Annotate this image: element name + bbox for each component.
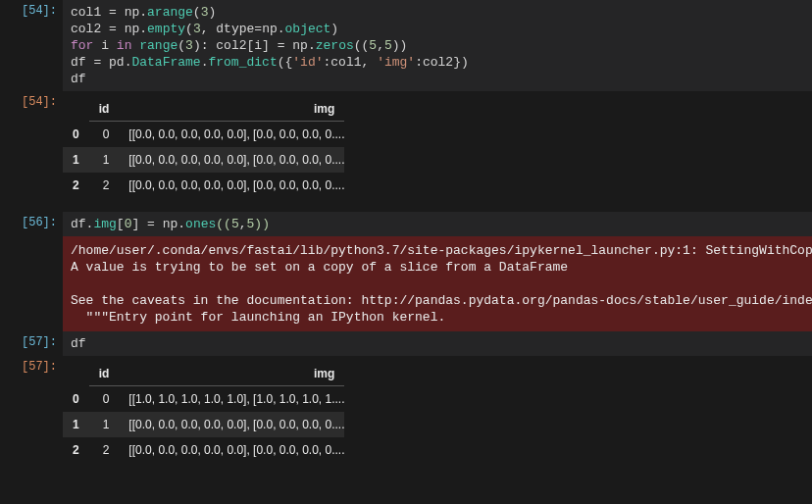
df-row-index: 1 bbox=[63, 412, 89, 437]
stderr-prompt-56 bbox=[0, 236, 63, 240]
df-cell-img: [[0.0, 0.0, 0.0, 0.0, 0.0], [0.0, 0.0, 0… bbox=[119, 412, 344, 437]
table-row: 00[[1.0, 1.0, 1.0, 1.0, 1.0], [1.0, 1.0,… bbox=[63, 386, 344, 413]
cell-56-input: [56]: df.img[0] = np.ones((5,5)) bbox=[0, 212, 812, 236]
dataframe-output-54: idimg00[[0.0, 0.0, 0.0, 0.0, 0.0], [0.0,… bbox=[63, 97, 344, 198]
warning-output: /home/user/.conda/envs/fastai/lib/python… bbox=[63, 236, 812, 331]
df-cell-img: [[0.0, 0.0, 0.0, 0.0, 0.0], [0.0, 0.0, 0… bbox=[119, 437, 344, 463]
output-prompt-54: [54]: bbox=[0, 91, 63, 109]
df-row-index: 2 bbox=[63, 173, 89, 198]
df-row-index: 2 bbox=[63, 437, 89, 463]
df-cell-id: 0 bbox=[89, 386, 120, 413]
df-col-header: id bbox=[89, 97, 120, 122]
df-cell-id: 2 bbox=[89, 173, 120, 198]
df-cell-id: 1 bbox=[89, 412, 120, 437]
cell-57-output: [57]: idimg00[[1.0, 1.0, 1.0, 1.0, 1.0],… bbox=[0, 356, 812, 477]
cell-54-output: [54]: idimg00[[0.0, 0.0, 0.0, 0.0, 0.0],… bbox=[0, 91, 812, 212]
input-prompt-57: [57]: bbox=[0, 331, 63, 349]
df-col-header: img bbox=[119, 362, 344, 386]
code-editor-54[interactable]: col1 = np.arange(3) col2 = np.empty(3, d… bbox=[63, 0, 812, 91]
df-cell-img: [[0.0, 0.0, 0.0, 0.0, 0.0], [0.0, 0.0, 0… bbox=[119, 173, 344, 198]
cell-56-stderr: /home/user/.conda/envs/fastai/lib/python… bbox=[0, 236, 812, 331]
code-editor-57[interactable]: df bbox=[63, 331, 812, 356]
cell-57-input: [57]: df bbox=[0, 331, 812, 356]
df-cell-id: 2 bbox=[89, 437, 120, 463]
df-col-header: id bbox=[89, 362, 120, 386]
df-row-index: 0 bbox=[63, 122, 89, 148]
dataframe-output-57: idimg00[[1.0, 1.0, 1.0, 1.0, 1.0], [1.0,… bbox=[63, 362, 344, 463]
df-cell-img: [[1.0, 1.0, 1.0, 1.0, 1.0], [1.0, 1.0, 1… bbox=[119, 386, 344, 413]
cell-54-input: [54]: col1 = np.arange(3) col2 = np.empt… bbox=[0, 0, 812, 91]
df-row-index: 1 bbox=[63, 147, 89, 173]
df-cell-img: [[0.0, 0.0, 0.0, 0.0, 0.0], [0.0, 0.0, 0… bbox=[119, 147, 344, 173]
output-prompt-57: [57]: bbox=[0, 356, 63, 374]
df-cell-id: 0 bbox=[89, 122, 120, 148]
df-col-header: img bbox=[119, 97, 344, 122]
table-row: 22[[0.0, 0.0, 0.0, 0.0, 0.0], [0.0, 0.0,… bbox=[63, 437, 344, 463]
df-cell-id: 1 bbox=[89, 147, 120, 173]
code-editor-56[interactable]: df.img[0] = np.ones((5,5)) bbox=[63, 212, 812, 236]
table-row: 11[[0.0, 0.0, 0.0, 0.0, 0.0], [0.0, 0.0,… bbox=[63, 412, 344, 437]
input-prompt-56: [56]: bbox=[0, 212, 63, 229]
df-row-index: 0 bbox=[63, 386, 89, 413]
df-cell-img: [[0.0, 0.0, 0.0, 0.0, 0.0], [0.0, 0.0, 0… bbox=[119, 122, 344, 148]
table-row: 11[[0.0, 0.0, 0.0, 0.0, 0.0], [0.0, 0.0,… bbox=[63, 147, 344, 173]
input-prompt-54: [54]: bbox=[0, 0, 63, 18]
table-row: 22[[0.0, 0.0, 0.0, 0.0, 0.0], [0.0, 0.0,… bbox=[63, 173, 344, 198]
table-row: 00[[0.0, 0.0, 0.0, 0.0, 0.0], [0.0, 0.0,… bbox=[63, 122, 344, 148]
